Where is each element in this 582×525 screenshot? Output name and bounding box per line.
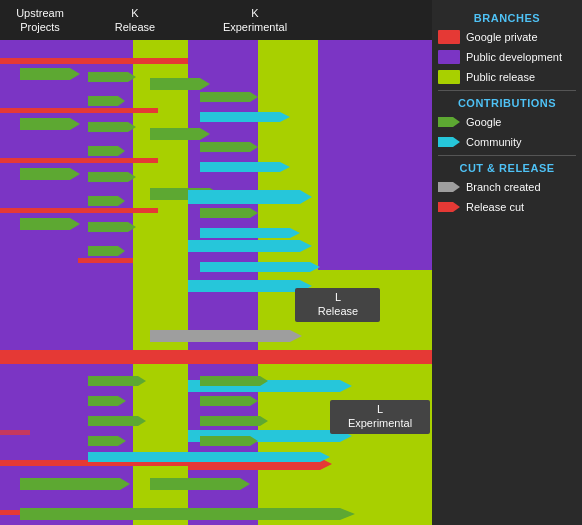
svg-marker-59	[200, 92, 258, 102]
svg-marker-67	[88, 396, 126, 406]
svg-marker-65	[200, 262, 320, 272]
col-k-release: KRelease	[80, 6, 190, 35]
svg-marker-75	[438, 117, 460, 127]
svg-marker-63	[200, 162, 290, 172]
branch-created-label: Branch created	[466, 181, 541, 193]
legend-google-private: Google private	[438, 30, 576, 44]
svg-marker-72	[200, 416, 268, 426]
svg-marker-34	[20, 478, 130, 490]
community-arrow-swatch	[438, 135, 460, 149]
legend-public-dev: Public development	[438, 50, 576, 64]
svg-marker-62	[200, 112, 290, 122]
legend-community-contrib: Community	[438, 135, 576, 149]
svg-text:Experimental: Experimental	[348, 417, 412, 429]
svg-rect-13	[78, 108, 158, 113]
svg-marker-74	[88, 452, 330, 462]
diagram-svg: L Release L Experimental	[0, 40, 432, 525]
public-release-swatch	[438, 70, 460, 84]
google-arrow-swatch	[438, 115, 460, 129]
svg-marker-69	[88, 436, 126, 446]
svg-marker-30	[20, 218, 80, 230]
col-upstream: UpstreamProjects	[0, 6, 80, 35]
branches-title: BRANCHES	[438, 12, 576, 24]
public-release-label: Public release	[466, 71, 535, 83]
svg-marker-38	[188, 190, 312, 204]
svg-marker-39	[188, 240, 312, 252]
svg-rect-21	[0, 108, 78, 113]
column-headers: UpstreamProjects KRelease KExperimental	[0, 0, 432, 40]
legend-divider-1	[438, 90, 576, 91]
svg-marker-71	[200, 396, 258, 406]
svg-marker-29	[20, 168, 80, 180]
svg-marker-36	[20, 508, 355, 520]
svg-marker-43	[150, 330, 302, 342]
svg-marker-31	[150, 78, 210, 90]
svg-marker-77	[438, 182, 460, 192]
svg-text:L: L	[335, 291, 341, 303]
svg-marker-53	[88, 122, 136, 132]
svg-marker-66	[88, 376, 146, 386]
svg-marker-51	[88, 72, 136, 82]
svg-marker-52	[88, 96, 125, 106]
svg-marker-40	[188, 280, 312, 292]
svg-rect-12	[78, 58, 188, 64]
svg-rect-24	[0, 460, 78, 466]
svg-rect-14	[78, 158, 158, 163]
svg-marker-35	[150, 478, 250, 490]
svg-text:Release: Release	[318, 305, 358, 317]
legend-branch-created: Branch created	[438, 180, 576, 194]
svg-marker-32	[150, 128, 210, 140]
google-private-label: Google private	[466, 31, 538, 43]
google-private-swatch	[438, 30, 460, 44]
svg-marker-57	[88, 222, 136, 232]
svg-marker-64	[200, 228, 300, 238]
svg-marker-28	[20, 118, 80, 130]
svg-rect-22	[0, 158, 78, 163]
svg-marker-54	[88, 146, 125, 156]
svg-marker-76	[438, 137, 460, 147]
svg-marker-60	[200, 142, 258, 152]
community-contrib-label: Community	[466, 136, 522, 148]
branch-created-swatch	[438, 180, 460, 194]
svg-rect-23	[0, 208, 78, 213]
diagram-body: L Release L Experimental	[0, 40, 432, 525]
legend-google-contrib: Google	[438, 115, 576, 129]
col-k-experimental: KExperimental	[190, 6, 320, 35]
svg-marker-56	[88, 196, 125, 206]
legend-divider-2	[438, 155, 576, 156]
public-dev-swatch	[438, 50, 460, 64]
svg-rect-26	[0, 430, 30, 435]
svg-text:L: L	[377, 403, 383, 415]
svg-marker-70	[200, 376, 268, 386]
legend-panel: BRANCHES Google private Public developme…	[432, 0, 582, 525]
svg-marker-73	[200, 436, 258, 446]
svg-marker-27	[20, 68, 80, 80]
svg-rect-15	[78, 208, 158, 213]
release-cut-swatch	[438, 200, 460, 214]
google-contrib-label: Google	[466, 116, 501, 128]
contributions-title: CONTRIBUTIONS	[438, 97, 576, 109]
legend-public-release: Public release	[438, 70, 576, 84]
legend-release-cut: Release cut	[438, 200, 576, 214]
svg-rect-16	[78, 258, 133, 263]
main-container: UpstreamProjects KRelease KExperimental	[0, 0, 582, 525]
diagram-area: UpstreamProjects KRelease KExperimental	[0, 0, 432, 525]
release-cut-label: Release cut	[466, 201, 524, 213]
svg-marker-61	[200, 208, 258, 218]
svg-marker-55	[88, 172, 136, 182]
svg-marker-78	[438, 202, 460, 212]
svg-rect-17	[0, 350, 432, 364]
svg-rect-11	[318, 40, 432, 270]
public-dev-label: Public development	[466, 51, 562, 63]
svg-marker-68	[88, 416, 146, 426]
svg-marker-58	[88, 246, 125, 256]
svg-rect-20	[0, 58, 78, 64]
cut-release-title: CUT & RELEASE	[438, 162, 576, 174]
